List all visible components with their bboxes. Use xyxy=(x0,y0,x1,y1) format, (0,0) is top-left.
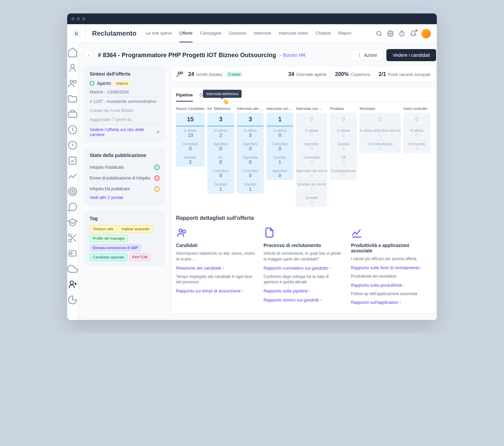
window-control[interactable] xyxy=(82,17,85,21)
pipeline-stage-header[interactable]: Finalista xyxy=(330,107,357,111)
tag-item[interactable]: Elevata conoscenza di SAP xyxy=(90,244,141,251)
pipeline-substage[interactable]: Agendato0 xyxy=(296,140,327,153)
side-scissors-icon[interactable] xyxy=(67,233,78,243)
nav-interviste-video[interactable]: Interviste video xyxy=(279,25,308,42)
side-message-icon[interactable] xyxy=(67,202,78,212)
pipeline-stage-header[interactable]: Reclutato xyxy=(360,107,401,111)
pipeline-substage[interactable]: In attesa3 xyxy=(237,126,264,140)
nav-interviste[interactable]: Interviste xyxy=(254,25,271,42)
side-history-icon[interactable] xyxy=(67,140,78,151)
side-folder-icon[interactable] xyxy=(67,93,78,104)
pipeline-substage[interactable]: In attesa della firma del con0 xyxy=(360,126,401,140)
actions-button[interactable]: ⋮Azioni xyxy=(351,49,382,61)
career-site-link[interactable]: Vedere l'offerta sul sito delle carriere… xyxy=(90,127,160,137)
back-button[interactable]: ‹ xyxy=(84,50,94,60)
link-productivity-report[interactable]: Rapporto sulla produttività › xyxy=(351,283,404,288)
pipeline-stage-header[interactable]: Int. Telefonica xyxy=(207,107,234,111)
nav-campagne[interactable]: Campagne xyxy=(200,25,221,42)
pipeline-substage[interactable]: Controllato0 xyxy=(266,140,293,153)
side-grad-icon[interactable] xyxy=(67,217,78,228)
tag-item[interactable]: Profilo del manager xyxy=(90,235,128,242)
pipeline-stage-header[interactable]: Intervista con ... xyxy=(296,107,327,111)
gear-icon[interactable] xyxy=(387,30,394,37)
pipeline-substage[interactable]: Controllato0 xyxy=(176,140,205,153)
pipeline-substage[interactable]: Contrattualizzato0 xyxy=(360,140,401,153)
pipeline-substage[interactable]: Scartato2 xyxy=(176,153,205,167)
pipeline-stage-count[interactable]: 15 xyxy=(176,113,205,126)
side-cloud-icon[interactable] xyxy=(67,263,78,274)
link-hiring-time-report[interactable]: Rapporto sui tempi di assunzione › xyxy=(176,288,243,293)
side-check-square-icon[interactable] xyxy=(67,155,78,166)
pipeline-stage-header[interactable]: Intervista alle ... xyxy=(237,107,264,111)
nav-chatbot[interactable]: Chatbot xyxy=(316,25,331,42)
search-icon[interactable] xyxy=(376,30,382,37)
pipeline-stage-header[interactable]: Intervista con ... xyxy=(266,107,293,111)
pipeline-substage[interactable]: Scartato1 xyxy=(207,180,234,194)
link-application-report[interactable]: Rapporto sull'application › xyxy=(351,300,401,305)
pipeline-stage-count[interactable]: 0 xyxy=(330,113,357,126)
pipeline-substage[interactable]: Scartato1 xyxy=(237,180,264,194)
pipeline-substage[interactable]: Scartato0 xyxy=(296,194,327,207)
pipeline-substage[interactable]: Agendato0 xyxy=(266,167,293,180)
pipeline-stage-count[interactable]: 3 xyxy=(207,113,234,126)
pipeline-substage[interactable]: Controllato0 xyxy=(237,167,264,180)
pipeline-substage[interactable]: Controllato0 xyxy=(296,153,327,167)
side-target-icon[interactable] xyxy=(67,186,78,197)
pipeline-substage[interactable]: In attesa0 xyxy=(404,126,430,140)
window-control[interactable] xyxy=(71,17,75,21)
pipeline-stage-header[interactable]: Nuovo Candidato xyxy=(176,107,205,111)
side-clock-icon[interactable] xyxy=(67,124,78,135)
tag-item[interactable]: Candidato speciale xyxy=(90,253,127,261)
pipeline-stage-header[interactable]: Inizio contratto xyxy=(404,107,430,111)
link-sources-report[interactable]: Rapporto sulle fonti di reclutamento › xyxy=(351,265,422,270)
more-portals-link[interactable]: Vedi altri 2 portali xyxy=(90,195,123,200)
pipeline-substage[interactable]: Incorporato0 xyxy=(404,140,430,153)
pipeline-substage[interactable]: Agendare0 xyxy=(237,140,264,153)
pipeline-substage[interactable]: Scartato0 xyxy=(330,140,357,153)
side-users-icon[interactable] xyxy=(67,78,78,89)
side-user-icon[interactable] xyxy=(67,63,78,73)
nav-offerte[interactable]: Offerte xyxy=(179,25,193,42)
nav-spese[interactable]: Le mie spese xyxy=(146,25,172,42)
pipeline-substage[interactable]: Contrattualizzato0 xyxy=(330,167,357,180)
pipeline-stage-count[interactable]: 3 xyxy=(237,113,264,126)
side-recruit-icon[interactable] xyxy=(67,279,78,290)
link-candidate-report[interactable]: Relazione dei candidati › xyxy=(176,266,224,271)
pipeline-substage[interactable]: In attesa0 xyxy=(296,126,327,140)
bell-icon[interactable] xyxy=(410,30,417,37)
app-logo-icon[interactable]: b xyxy=(73,30,81,38)
pipeline-substage[interactable]: Approvato dal cliente0 xyxy=(296,167,327,180)
side-chart-icon[interactable] xyxy=(67,171,78,181)
tag-item[interactable]: Tedesco alto xyxy=(90,225,117,233)
tag-item[interactable]: PHYTON xyxy=(129,253,151,261)
pipeline-stage-count[interactable]: 0 xyxy=(296,113,327,126)
pipeline-substage[interactable]: In attesa2 xyxy=(207,126,234,140)
pipeline-substage[interactable]: In attesa0 xyxy=(330,126,357,140)
pipeline-substage[interactable]: Agendata0 xyxy=(237,153,264,167)
side-home-icon[interactable] xyxy=(67,47,78,58)
nav-gestione[interactable]: Gestione xyxy=(229,25,246,42)
pipeline-substage[interactable]: Scartato dal cliente1 xyxy=(296,180,327,194)
pipeline-substage[interactable]: NC0 xyxy=(207,153,234,167)
pipeline-stage-count[interactable]: 0 xyxy=(404,113,430,126)
side-pie-icon[interactable] xyxy=(67,294,78,305)
link-historic-pipeline[interactable]: Rapporto storico sui gasdotti › xyxy=(263,297,321,302)
tab-pipeline[interactable]: Pipeline xyxy=(176,92,193,102)
timer-icon[interactable] xyxy=(398,30,405,37)
side-briefcase-icon[interactable] xyxy=(67,109,78,120)
view-candidates-button[interactable]: Vedere i candidati xyxy=(386,49,436,61)
link-pipeline-report[interactable]: Rapporto sulla pipeline › xyxy=(263,288,310,293)
window-control[interactable] xyxy=(77,17,80,21)
pipeline-substage[interactable]: Scartato1 xyxy=(266,153,293,167)
pipeline-substage[interactable]: in attesa13 xyxy=(176,126,205,140)
user-avatar[interactable] xyxy=(421,29,431,38)
pipeline-stage-count[interactable]: 0 xyxy=(360,113,401,126)
pipeline-substage[interactable]: Agendato0 xyxy=(207,140,234,153)
pipeline-substage[interactable]: OK0 xyxy=(330,153,357,167)
pipeline-stage-count[interactable]: 1 xyxy=(266,113,293,126)
pipeline-substage[interactable]: In attesa0 xyxy=(266,126,293,140)
tag-item[interactable]: Inglese avanzato xyxy=(119,225,153,233)
pipeline-substage[interactable]: Controllato0 xyxy=(207,167,234,180)
side-badge-icon[interactable] xyxy=(67,248,78,259)
nav-report[interactable]: Report xyxy=(338,25,351,42)
